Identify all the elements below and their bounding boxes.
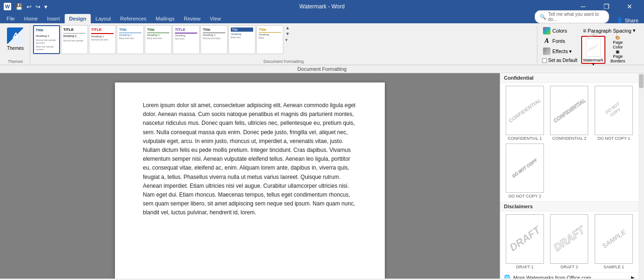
tab-mailings[interactable]: Mailings (151, 14, 179, 23)
draft2-thumb: DRAFT (550, 214, 588, 264)
draft2-label: DRAFT 2 (561, 265, 578, 269)
tab-home[interactable]: Home (20, 14, 42, 23)
title-bar-left: W 💾 ↩ ↪ ▾ (4, 3, 49, 10)
share-button[interactable]: 👤 Share (613, 17, 642, 23)
themes-button[interactable]: A Themes (4, 25, 27, 53)
panel-menu: 🌐 More Watermarks from Office.com ▶ 🖼 Cu… (500, 272, 638, 279)
bottom-tools: DRAFT DRAFT Watermark ▾ 🎨 PageColor (581, 36, 637, 64)
confidential-label: Confidential (500, 73, 638, 83)
tab-view[interactable]: View (205, 14, 226, 23)
format-thumb-4: Title Heading 1 Body text here (118, 27, 142, 49)
watermark-button[interactable]: DRAFT DRAFT Watermark ▾ (581, 36, 605, 64)
format-scroll-down[interactable]: ▼ (285, 31, 290, 36)
undo-btn[interactable]: ↩ (25, 3, 33, 10)
watermark-dropdown-icon: ▾ (592, 62, 594, 67)
close-btn[interactable]: ✕ (619, 0, 640, 13)
donot1-label: DO NOT COPY 1 (597, 136, 630, 141)
save-quick-btn[interactable]: 💾 (14, 3, 24, 10)
watermark-item-donot1[interactable]: DO NOTCOPY DO NOT COPY 1 (593, 86, 635, 141)
right-controls: ≡ Paragraph Spacing ▾ DRAFT DRAFT Waterm… (581, 25, 637, 64)
themes-label: Themes (7, 46, 24, 51)
format-thumb-6: TITLE Heading Text here (174, 27, 198, 49)
tab-references[interactable]: References (115, 14, 151, 23)
confidential-grid-row2: DO NOT COPY DO NOT COPY 2 (500, 143, 638, 201)
watermark-item-donot2[interactable]: DO NOT COPY DO NOT COPY 2 (504, 143, 546, 198)
set-default-label: Set as Default (548, 58, 577, 63)
tab-design[interactable]: Design (65, 14, 91, 23)
format-thumb-1: Title Heading 1 Normal text sample text … (35, 27, 58, 49)
themes-group: A Themes Themes (2, 25, 30, 64)
donot2-thumb: DO NOT COPY (506, 143, 544, 193)
redo-btn[interactable]: ↪ (34, 3, 42, 10)
sample1-thumb: SAMPLE (595, 214, 633, 264)
document-page: Lorem ipsum dolor sit amet, consectetuer… (115, 82, 385, 279)
more-watermarks-arrow: ▶ (631, 275, 635, 279)
watermark-panel: Confidential CONFIDENTIAL CONFIDENTIAL 1… (500, 73, 644, 279)
customize-btn[interactable]: ▾ (43, 3, 49, 10)
set-default-checkbox[interactable] (542, 58, 547, 63)
watermark-item-draft1[interactable]: DRAFT DRAFT 1 (504, 214, 546, 269)
watermark-page-preview: DRAFT (586, 38, 601, 57)
conf1-text: CONFIDENTIAL (508, 97, 542, 124)
format-item-9[interactable]: Title Heading Body (256, 25, 283, 54)
colors-icon (543, 27, 550, 34)
ribbon-tabs: File Home Insert Design Layout Reference… (0, 13, 644, 23)
colors-button[interactable]: Colors (540, 26, 579, 35)
format-item-1[interactable]: Title Heading 1 Normal text sample text … (33, 25, 60, 54)
panel-scrollbar[interactable] (638, 73, 644, 279)
more-watermarks-item[interactable]: 🌐 More Watermarks from Office.com ▶ (500, 273, 638, 279)
format-thumb-9: Title Heading Body (258, 27, 282, 49)
page-extras: 🎨 PageColor ▣ PageBorders (607, 36, 629, 63)
confidential-grid: CONFIDENTIAL CONFIDENTIAL 1 CONFIDENTIAL… (500, 83, 638, 143)
format-thumb-3: TITLE Heading 1 Normal text here (90, 27, 114, 49)
tab-review[interactable]: Review (179, 14, 205, 23)
conf2-thumb: CONFIDENTIAL (550, 86, 588, 135)
share-label: Share (625, 18, 638, 23)
watermark-item-conf1[interactable]: CONFIDENTIAL CONFIDENTIAL 1 (504, 86, 546, 141)
conf1-thumb: CONFIDENTIAL (506, 86, 544, 135)
tab-layout[interactable]: Layout (91, 14, 115, 23)
format-thumb-2: TITLE Heading 1 Normal text sample (62, 27, 87, 49)
effects-icon (543, 48, 550, 55)
doc-format-section-label: Document Formatting (0, 65, 644, 73)
watermark-item-conf2[interactable]: CONFIDENTIAL CONFIDENTIAL 2 (549, 86, 590, 141)
effects-label: Effects ▾ (552, 48, 572, 55)
format-item-7[interactable]: Title Heading 1 Normal text body (201, 25, 228, 54)
quick-access-toolbar: 💾 ↩ ↪ ▾ (14, 3, 49, 10)
format-item-8[interactable]: Title Heading Body text (228, 25, 255, 54)
more-watermarks-label: More Watermarks from Office.com (513, 275, 591, 279)
format-more-btn[interactable]: ▾ (285, 37, 290, 42)
doc-format-group-label: Document Formatting (33, 58, 534, 64)
fonts-icon: A (543, 37, 550, 45)
set-default-row[interactable]: Set as Default (540, 57, 579, 64)
conf2-text: CONFIDENTIAL (552, 97, 587, 124)
window-title: Watermark - Word (299, 3, 344, 10)
format-scroll-up[interactable]: ▲ (285, 25, 290, 30)
panel-inner: Confidential CONFIDENTIAL CONFIDENTIAL 1… (500, 73, 644, 279)
themes-group-content: A Themes (4, 25, 27, 58)
watermark-item-sample1[interactable]: SAMPLE SAMPLE 1 (593, 214, 635, 269)
effects-button[interactable]: Effects ▾ (540, 47, 579, 56)
watermark-item-draft2[interactable]: DRAFT DRAFT 2 (549, 214, 590, 269)
page-borders-button[interactable]: ▣ PageBorders (607, 50, 629, 63)
watermark-btn-inner: DRAFT DRAFT Watermark ▾ (583, 33, 604, 67)
tab-insert[interactable]: Insert (42, 14, 65, 23)
draft1-label: DRAFT 1 (516, 265, 533, 269)
tell-me-input[interactable]: 🔍 Tell me what you want to do... (535, 10, 609, 23)
format-item-5[interactable]: Title Heading 1 Body text here (145, 25, 172, 54)
format-item-2[interactable]: TITLE Heading 1 Normal text sample (61, 25, 88, 54)
disclaimers-grid: DRAFT DRAFT 1 DRAFT DRAFT 2 SAMPLE SA (500, 212, 638, 272)
sample1-label: SAMPLE 1 (604, 265, 624, 269)
draft1-thumb: DRAFT (506, 214, 544, 264)
format-item-6[interactable]: TITLE Heading Text here (173, 25, 200, 54)
fonts-button[interactable]: A Fonts (540, 36, 579, 46)
ribbon-content: A Themes Themes Title Heading 1 Normal t… (0, 23, 644, 65)
donot2-label: DO NOT COPY 2 (509, 194, 541, 198)
fonts-label: Fonts (552, 38, 565, 44)
format-item-4[interactable]: Title Heading 1 Body text here (117, 25, 144, 54)
page-color-button[interactable]: 🎨 PageColor (607, 36, 629, 49)
tab-file[interactable]: File (2, 14, 20, 23)
themes-group-label: Themes (4, 58, 27, 64)
format-item-3[interactable]: TITLE Heading 1 Normal text here (89, 25, 116, 54)
panel-scrollbar-thumb (639, 74, 644, 88)
